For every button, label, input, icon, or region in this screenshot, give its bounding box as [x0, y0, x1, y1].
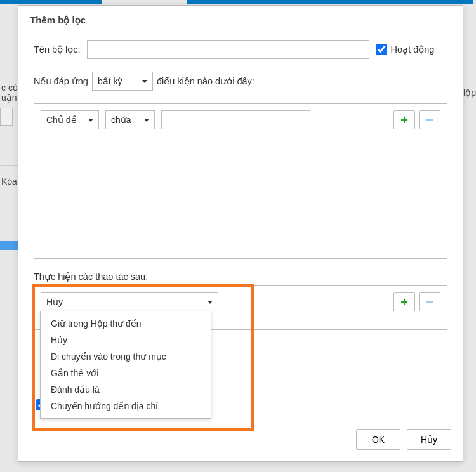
filter-name-input[interactable]	[87, 40, 369, 59]
conditions-label-pre: Nếu đáp ứng	[34, 76, 88, 86]
conditions-label-post: điều kiện nào dưới đây:	[157, 76, 255, 86]
chevron-down-icon	[208, 301, 213, 304]
dialog-title: Thêm bộ lọc	[18, 6, 463, 40]
bg-tab-right	[187, 0, 473, 4]
bg-partial-text: c có uận	[0, 82, 18, 126]
conditions-panel: Chủ đề chứa +	[34, 103, 447, 259]
action-dropdown-menu: Giữ trong Hộp thư đến Hủy Di chuyển vào …	[40, 311, 211, 419]
chevron-down-icon	[88, 119, 93, 122]
condition-field-select[interactable]: Chủ đề	[41, 110, 99, 129]
condition-value-input[interactable]	[161, 110, 310, 129]
active-label: Hoạt động	[391, 44, 435, 55]
condition-operator-select[interactable]: chứa	[105, 110, 155, 129]
plus-icon: +	[400, 114, 408, 126]
action-row: Hủy Giữ trong Hộp thư đến Hủy Di chuyển …	[41, 292, 440, 311]
add-action-button[interactable]: +	[393, 292, 415, 311]
plus-icon: +	[400, 296, 408, 308]
remove-action-button[interactable]	[419, 292, 440, 311]
bg-highlight-row	[0, 241, 18, 250]
minus-icon	[426, 119, 433, 121]
active-checkbox[interactable]	[376, 44, 387, 55]
add-condition-button[interactable]: +	[393, 110, 415, 129]
action-option[interactable]: Gắn thẻ với	[41, 365, 211, 381]
actions-panel: Hủy Giữ trong Hộp thư đến Hủy Di chuyển …	[34, 285, 447, 330]
condition-row: Chủ đề chứa +	[41, 110, 440, 129]
chevron-down-icon	[144, 119, 149, 122]
bg-tab-left	[0, 0, 102, 4]
action-option[interactable]: Chuyển hướng đến địa chỉ	[41, 398, 211, 414]
bg-text-right: lộp	[463, 88, 476, 98]
action-select[interactable]: Hủy	[41, 292, 218, 311]
conditions-header: Nếu đáp ứng bất kỳ điều kiện nào dưới đâ…	[34, 72, 447, 91]
action-option[interactable]: Di chuyển vào trong thư mục	[41, 348, 211, 365]
bg-divider	[0, 165, 19, 166]
bg-text-koa: Kóa	[1, 176, 17, 187]
filter-dialog: Thêm bộ lọc Tên bộ lọc: Hoạt động Nếu đá…	[18, 5, 463, 462]
ok-button[interactable]: OK	[356, 429, 400, 450]
actions-label: Thực hiện các thao tác sau:	[34, 272, 447, 282]
dialog-footer: OK Hủy	[18, 422, 463, 461]
chevron-down-icon	[142, 80, 147, 83]
action-option[interactable]: Hủy	[41, 332, 211, 348]
action-option[interactable]: Đánh dấu là	[41, 381, 211, 398]
minus-icon	[426, 301, 433, 303]
action-option[interactable]: Giữ trong Hộp thư đến	[41, 315, 211, 332]
cancel-button[interactable]: Hủy	[407, 429, 451, 450]
match-mode-select[interactable]: bất kỳ	[92, 72, 153, 91]
filter-name-row: Tên bộ lọc: Hoạt động	[34, 40, 447, 59]
remove-condition-button[interactable]	[419, 110, 440, 129]
filter-name-label: Tên bộ lọc:	[34, 44, 81, 55]
